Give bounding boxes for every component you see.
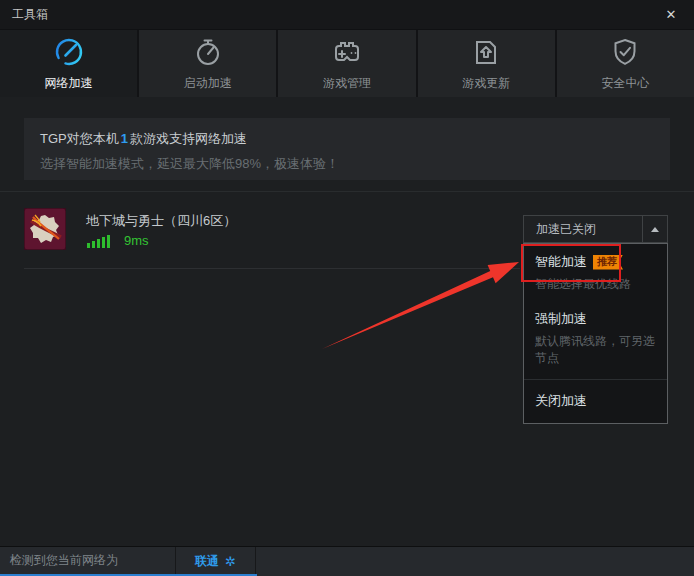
supported-game-count: 1 (119, 131, 130, 146)
dropdown-toggle-button[interactable] (642, 216, 667, 242)
close-icon[interactable]: ✕ (656, 0, 686, 29)
tab-label: 启动加速 (184, 75, 232, 92)
info-line2: 选择智能加速模式，延迟最大降低98%，极速体验！ (40, 155, 670, 173)
network-detect-label: 检测到您当前网络为 (0, 547, 176, 576)
acceleration-mode-menu: 智能加速 推荐 智能选择最优线路 强制加速 默认腾讯线路，可另选节点 关闭加速 (523, 243, 668, 424)
menu-option-close-acceleration[interactable]: 关闭加速 (524, 380, 667, 423)
tab-game-management[interactable]: 游戏管理 (278, 30, 415, 97)
tab-label: 安全中心 (601, 75, 649, 92)
option-title: 强制加速 (535, 310, 587, 328)
stopwatch-icon (192, 36, 224, 68)
window-title: 工具箱 (12, 0, 48, 29)
menu-option-forced-acceleration[interactable]: 强制加速 默认腾讯线路，可另选节点 (524, 301, 667, 375)
tab-label: 游戏更新 (462, 75, 510, 92)
section-divider (0, 191, 694, 192)
acceleration-info-box: TGP对您本机1款游戏支持网络加速 选择智能加速模式，延迟最大降低98%，极速体… (24, 118, 670, 180)
game-icon-dnf (24, 208, 66, 250)
option-subtitle: 默认腾讯线路，可另选节点 (535, 333, 656, 367)
chevron-up-icon (651, 227, 659, 232)
shield-check-icon (609, 36, 641, 68)
gear-icon: ✲ (225, 554, 236, 569)
tab-label: 网络加速 (45, 75, 93, 92)
tab-security-center[interactable]: 安全中心 (557, 30, 694, 97)
signal-bars-icon (87, 234, 115, 248)
menu-option-smart-acceleration[interactable]: 智能加速 推荐 智能选择最优线路 (524, 244, 667, 301)
tab-network-acceleration[interactable]: 网络加速 (0, 30, 137, 97)
tab-game-update[interactable]: 游戏更新 (418, 30, 555, 97)
tab-strip: 网络加速 启动加速 (0, 30, 694, 97)
recommended-badge: 推荐 (593, 255, 623, 270)
gamepad-icon (331, 36, 363, 68)
tab-label: 游戏管理 (323, 75, 371, 92)
option-subtitle: 智能选择最优线路 (535, 276, 656, 293)
network-provider-cell[interactable]: 联通 ✲ (176, 547, 256, 576)
network-provider: 联通 (195, 553, 219, 570)
info-line1: TGP对您本机1款游戏支持网络加速 (40, 130, 670, 148)
toolbox-window: 工具箱 ✕ 网络加速 (0, 0, 694, 576)
acceleration-mode-dropdown[interactable]: 加速已关闭 (523, 215, 668, 243)
status-bar: 检测到您当前网络为 联通 ✲ (0, 546, 694, 576)
folder-upload-icon (470, 36, 502, 68)
option-title: 智能加速 (535, 253, 587, 271)
option-title: 关闭加速 (535, 392, 587, 410)
tab-startup-acceleration[interactable]: 启动加速 (139, 30, 276, 97)
ping-value: 9ms (124, 233, 149, 248)
speedometer-icon (53, 36, 85, 68)
dropdown-selected-value: 加速已关闭 (536, 216, 596, 242)
game-row-divider (24, 268, 520, 269)
game-name: 地下城与勇士（四川6区） (86, 212, 236, 230)
title-bar: 工具箱 ✕ (0, 0, 694, 30)
